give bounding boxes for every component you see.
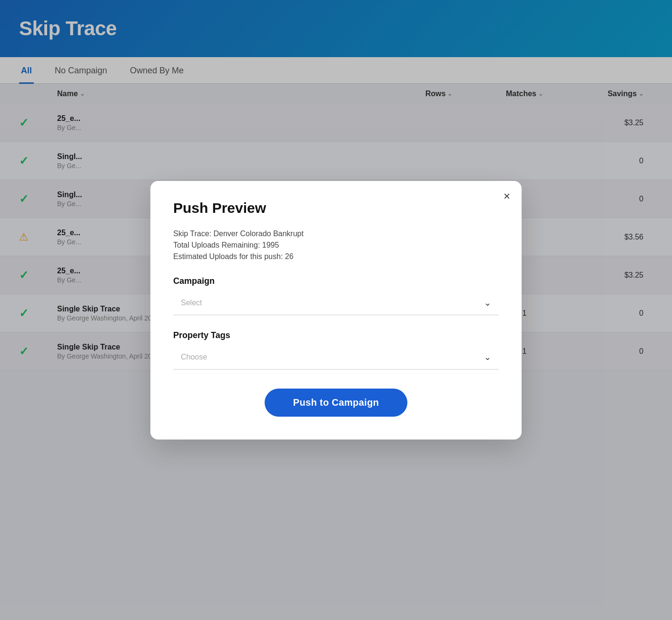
push-preview-modal: × Push Preview Skip Trace: Denver Colora… (150, 181, 522, 440)
push-to-campaign-button[interactable]: Push to Campaign (265, 389, 407, 417)
skip-trace-info: Skip Trace: Denver Colorado Bankrupt (173, 230, 499, 238)
modal-info-section: Skip Trace: Denver Colorado Bankrupt Tot… (173, 230, 499, 261)
property-tags-label: Property Tags (173, 330, 499, 340)
property-tags-dropdown-arrow: ⌄ (484, 352, 491, 362)
campaign-select-wrapper[interactable]: Select ⌄ (173, 291, 499, 315)
property-tags-select-wrapper[interactable]: Choose ⌄ (173, 345, 499, 370)
estimated-uploads-info: Estimated Uploads for this push: 26 (173, 252, 499, 261)
property-tags-section: Property Tags Choose ⌄ (173, 330, 499, 370)
property-tags-select-display[interactable]: Choose ⌄ (173, 345, 499, 369)
property-tags-placeholder: Choose (181, 353, 207, 361)
campaign-dropdown-arrow: ⌄ (484, 298, 491, 308)
campaign-select-display[interactable]: Select ⌄ (173, 291, 499, 315)
uploads-remaining-info: Total Uploads Remaining: 1995 (173, 241, 499, 250)
campaign-section: Campaign Select ⌄ (173, 276, 499, 315)
modal-close-button[interactable]: × (504, 190, 510, 202)
modal-title: Push Preview (173, 200, 499, 216)
modal-overlay[interactable]: × Push Preview Skip Trace: Denver Colora… (0, 0, 672, 620)
campaign-label: Campaign (173, 276, 499, 286)
campaign-placeholder: Select (181, 299, 202, 307)
